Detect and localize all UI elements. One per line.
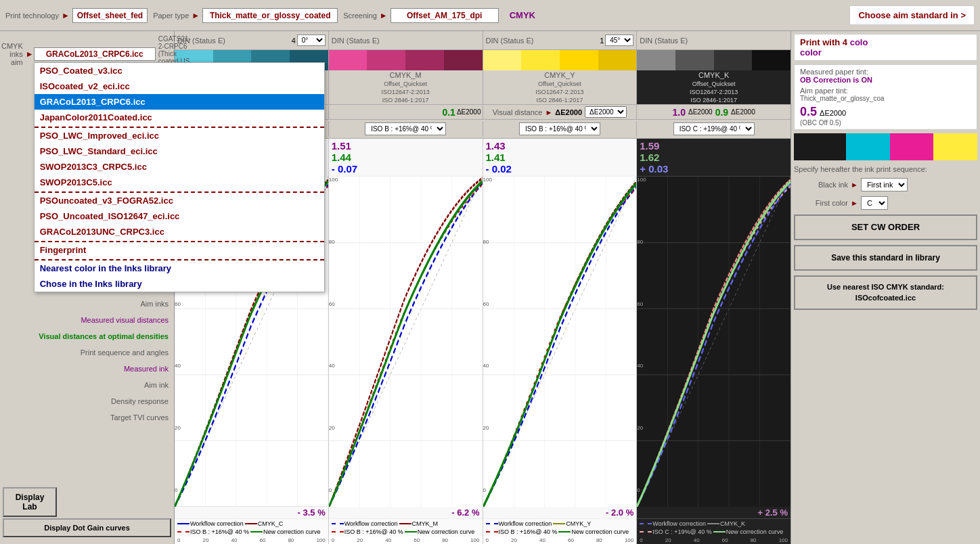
k-graph-block: 1.59 1.62 + 0.03 [637, 139, 790, 544]
print-tech-dropdown[interactable]: Offset_sheet_fed [72, 8, 148, 23]
display-dot-gain-button[interactable]: Display Dot Gain curves [3, 518, 171, 537]
screening-dropdown[interactable]: Offset_AM_175_dpi [391, 8, 499, 23]
dropdown-item-isocoated[interactable]: ISOcoated_v2_eci.icc [35, 78, 324, 94]
measured-visual-label: Measured visual distances [3, 316, 171, 324]
y-label: CMYK_YOffset_QuicksetISO12647-2:2013ISO … [483, 70, 637, 104]
ch-y-angle-select[interactable]: 45°0°15°75° [605, 35, 633, 46]
print-tech-arrow: ► [62, 11, 70, 20]
first-color-label: First color [794, 199, 848, 207]
dropdown-item-fingerprint[interactable]: Fingerprint [35, 242, 324, 258]
swatch-y [933, 133, 977, 160]
y-legend-new: New correction curve [571, 528, 629, 535]
color-swatches [794, 133, 977, 160]
print-sequence-row: Print sequence and angles [3, 345, 171, 360]
ch-c-angle-select[interactable]: 0°15°45°75° [297, 35, 326, 46]
k-legend-new-line [713, 531, 726, 532]
cmyk-label: CMYK [510, 10, 535, 20]
m-y-axis: 100806040200 [329, 177, 346, 493]
display-dot-gain-container: Display Dot Gain curves [0, 517, 174, 539]
k-legend-isoc-line [640, 531, 652, 532]
m-swatch-4 [444, 50, 483, 70]
m-correction-val: - 0.07 [332, 163, 480, 175]
save-library-button[interactable]: Save this standard in library [794, 245, 977, 271]
dropdown-item-psouncoated[interactable]: PSOuncoated_v3_FOGRA52.icc [35, 193, 324, 208]
set-cw-order-button[interactable]: SET CW ORDER [794, 214, 977, 240]
m-legend-workflow: Workflow correction [344, 520, 398, 527]
obc-on-label: OB Correction is ON [800, 76, 971, 84]
tvi-k: ISO C : +19%@ 40 % [637, 121, 790, 137]
cmyk-inks-dropdown-container: GRACoL2013_CRPC6.icc PSO_Coated_v3.icc I… [34, 47, 156, 61]
aim-inks-label: Aim inks [3, 300, 171, 308]
dropdown-item-pso-lwc-improved[interactable]: PSO_LWC_Improved_eci.icc [35, 128, 324, 143]
m-legend-cmykm: CMYK_M [412, 520, 439, 527]
dropdown-item-gracol[interactable]: GRACoL2013_CRPC6.icc [35, 94, 324, 110]
ch-c-angle: 4 0°15°45°75° [292, 35, 326, 46]
black-ink-select[interactable]: First ink Last ink [861, 178, 908, 191]
c-legend-cmykc-line [245, 523, 257, 524]
k-swatch-1 [637, 50, 675, 70]
dropdown-item-pso-lwc-standard[interactable]: PSO_LWC_Standard_eci.icc [35, 143, 324, 159]
channel-headers-top: DIN (Status E) 4 0°15°45°75° DIN (Status… [175, 31, 790, 50]
first-color-arrow: ► [851, 199, 858, 207]
first-color-select[interactable]: C M Y K [861, 196, 888, 210]
visual-distance-label: Visual distance [493, 108, 543, 116]
dropdown-item-swop2013c3[interactable]: SWOP2013C3_CRPC5.icc [35, 159, 324, 175]
dropdown-item-chose[interactable]: Chose in the Inks library [35, 276, 324, 292]
k-x-axis: 020406080100 [637, 537, 790, 544]
display-lab-btn-container: DisplayLab [3, 487, 57, 517]
y-legend-cmyky-line [553, 523, 565, 524]
dropdown-item-japan[interactable]: JapanColor2011Coated.icc [35, 110, 324, 125]
k-legend-new: New correction curve [726, 528, 784, 535]
tvi-y-select[interactable]: ISO B : +16%@ 40 % [519, 122, 600, 135]
c-pct-val: - 3.5 % [298, 507, 326, 518]
y-legend: Workflow correction CMYK_Y ISO B : +16%@… [483, 518, 637, 537]
dropdown-item-pso-uncoated-iso[interactable]: PSO_Uncoated_ISO12647_eci.icc [35, 208, 324, 224]
y-y-axis: 100806040200 [483, 177, 500, 493]
y-pct-val: - 2.0 % [606, 507, 633, 518]
cmyk-inks-arrow: ► [26, 49, 34, 59]
y-graph-svg [483, 177, 637, 507]
dropdown-item-pso-coated[interactable]: PSO_Coated_v3.icc [35, 63, 324, 78]
display-lab-button[interactable]: DisplayLab [3, 487, 57, 517]
specify-label: Specify hereafter the ink print sequence… [794, 164, 977, 175]
choose-aim-panel[interactable]: Choose aim standard in > [849, 5, 975, 25]
print-tech-section: Print technology ► Offset_sheet_fed [5, 8, 148, 23]
vd-m: 0.1 ΔE2000 [329, 106, 483, 119]
cmyk-inks-label: CMYK inks aim [1, 42, 23, 66]
left-sidebar: CMYK inks aim ► GRACoL2013_CRPC6.icc PSO… [0, 31, 175, 544]
ch-c-top: DIN (Status E) 4 0°15°45°75° [175, 31, 329, 49]
choose-aim-section: Choose aim standard in > [849, 5, 975, 25]
c-legend-new: New correction curve [263, 528, 321, 535]
cmyk-inks-dropdown[interactable]: GRACoL2013_CRPC6.icc [34, 47, 156, 61]
tvi-m: ISO B : +16%@ 40 % [329, 121, 483, 137]
m-label: CMYK_MOffset_QuicksetISO12647-2:2013ISO … [329, 70, 483, 104]
y-swatch-4 [598, 50, 637, 70]
c-legend-workflow-line [177, 523, 190, 524]
k-measured-val: 1.59 [640, 140, 788, 152]
k-pct-row: + 2.5 % [637, 507, 790, 518]
y-swatches [483, 50, 637, 70]
m-graph-svg [329, 177, 483, 507]
choose-aim-text: Choose aim standard in [858, 10, 958, 20]
m-swatch-3 [405, 50, 444, 70]
tvi-k-select[interactable]: ISO C : +19%@ 40 % [673, 122, 755, 135]
tvi-m-select[interactable]: ISO B : +16%@ 40 % [365, 122, 446, 135]
visual-distances-label: Visual distances at optimal densities [3, 332, 171, 340]
paper-type-label: Paper type [153, 12, 189, 20]
m-pct-val: - 6.2 % [451, 507, 479, 518]
vd-k-de-label: ΔE2000 [688, 108, 713, 116]
aim-ink2-label: Aim ink [3, 381, 171, 389]
dropdown-item-nearest[interactable]: Nearest color in the Inks library [35, 260, 324, 276]
measured-visual-row: Measured visual distances [3, 313, 171, 327]
y-swatch-3 [560, 50, 598, 70]
body-area: CMYK inks aim ► GRACoL2013_CRPC6.icc PSO… [0, 31, 980, 544]
y-legend-cmyky: CMYK_Y [566, 520, 591, 527]
paper-type-dropdown[interactable]: Thick_matte_or_glossy_coated [202, 8, 338, 23]
use-nearest-button[interactable]: Use nearest ISO CMYK standard: ISOcofcoa… [794, 275, 977, 310]
visual-distance-select[interactable]: ΔE2000ΔE76 [585, 106, 627, 118]
ch-k-din: DIN (Status E) [640, 37, 688, 45]
m-swatches [329, 50, 483, 70]
dropdown-item-gracol-unc[interactable]: GRACoL2013UNC_CRPC3.icc [35, 224, 324, 240]
k-swatch-4 [752, 50, 790, 70]
dropdown-item-swop2013c5[interactable]: SWOP2013C5.icc [35, 175, 324, 190]
